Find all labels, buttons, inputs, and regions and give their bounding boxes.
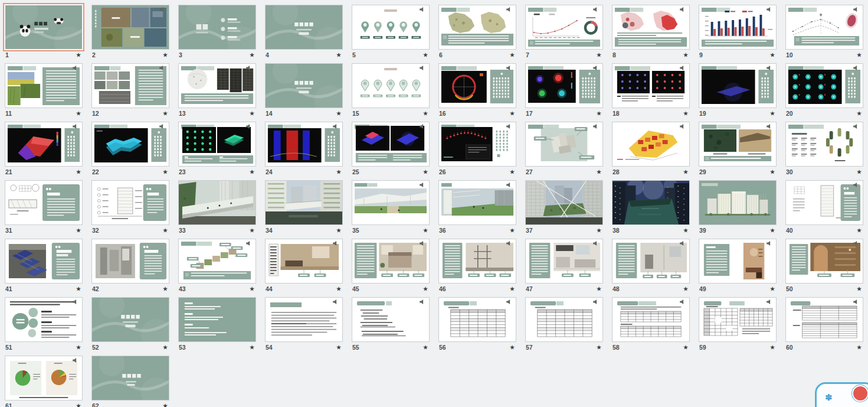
slide-thumbnail-60[interactable] xyxy=(785,297,863,342)
slide-thumbnail-5[interactable] xyxy=(352,5,430,50)
slide-thumbnail-7[interactable] xyxy=(525,5,603,50)
transition-star-icon[interactable]: ★ xyxy=(597,169,601,175)
slide-thumbnail-10[interactable] xyxy=(785,5,863,50)
slide-thumbnail-52[interactable] xyxy=(91,297,169,342)
transition-star-icon[interactable]: ★ xyxy=(76,227,81,233)
transition-star-icon[interactable]: ★ xyxy=(683,110,688,116)
transition-star-icon[interactable]: ★ xyxy=(770,344,775,350)
transition-star-icon[interactable]: ★ xyxy=(510,286,515,292)
transition-star-icon[interactable]: ★ xyxy=(163,52,168,58)
transition-star-icon[interactable]: ★ xyxy=(683,344,688,350)
assistant-widget[interactable]: ✽ xyxy=(815,382,868,407)
slide-thumbnail-43[interactable] xyxy=(178,239,256,284)
transition-star-icon[interactable]: ★ xyxy=(857,344,862,350)
slide-thumbnail-29[interactable] xyxy=(699,122,777,167)
slide-thumbnail-39[interactable] xyxy=(699,180,777,225)
transition-star-icon[interactable]: ★ xyxy=(76,169,81,175)
slide-thumbnail-18[interactable] xyxy=(612,63,690,108)
transition-star-icon[interactable]: ★ xyxy=(770,227,775,233)
slide-thumbnail-9[interactable] xyxy=(699,5,777,50)
slide-thumbnail-58[interactable] xyxy=(612,297,690,342)
transition-star-icon[interactable]: ★ xyxy=(597,286,601,292)
slide-thumbnail-57[interactable] xyxy=(525,297,603,342)
slide-thumbnail-44[interactable] xyxy=(265,239,343,284)
slide-thumbnail-4[interactable] xyxy=(265,5,343,50)
slide-thumbnail-41[interactable] xyxy=(5,239,83,284)
transition-star-icon[interactable]: ★ xyxy=(76,403,81,407)
slide-thumbnail-56[interactable] xyxy=(438,297,516,342)
transition-star-icon[interactable]: ★ xyxy=(76,52,81,58)
slide-thumbnail-15[interactable] xyxy=(352,63,430,108)
transition-star-icon[interactable]: ★ xyxy=(163,344,168,350)
transition-star-icon[interactable]: ★ xyxy=(76,110,81,116)
transition-star-icon[interactable]: ★ xyxy=(683,52,688,58)
slide-thumbnail-3[interactable] xyxy=(178,5,256,50)
transition-star-icon[interactable]: ★ xyxy=(423,227,428,233)
transition-star-icon[interactable]: ★ xyxy=(336,227,341,233)
slide-thumbnail-38[interactable] xyxy=(612,180,690,225)
slide-thumbnail-22[interactable] xyxy=(91,122,169,167)
slide-thumbnail-34[interactable] xyxy=(265,180,343,225)
transition-star-icon[interactable]: ★ xyxy=(423,52,428,58)
transition-star-icon[interactable]: ★ xyxy=(683,286,688,292)
slide-thumbnail-26[interactable] xyxy=(438,122,516,167)
slide-thumbnail-20[interactable] xyxy=(785,63,863,108)
slide-thumbnail-51[interactable] xyxy=(5,297,83,342)
transition-star-icon[interactable]: ★ xyxy=(250,110,254,116)
transition-star-icon[interactable]: ★ xyxy=(76,286,81,292)
transition-star-icon[interactable]: ★ xyxy=(163,169,168,175)
slide-thumbnail-32[interactable] xyxy=(91,180,169,225)
transition-star-icon[interactable]: ★ xyxy=(770,169,775,175)
slide-thumbnail-48[interactable] xyxy=(612,239,690,284)
slide-thumbnail-53[interactable] xyxy=(178,297,256,342)
slide-thumbnail-23[interactable] xyxy=(178,122,256,167)
transition-star-icon[interactable]: ★ xyxy=(510,169,515,175)
slide-thumbnail-61[interactable] xyxy=(5,356,83,401)
transition-star-icon[interactable]: ★ xyxy=(163,227,168,233)
slide-thumbnail-6[interactable] xyxy=(438,5,516,50)
slide-thumbnail-24[interactable] xyxy=(265,122,343,167)
transition-star-icon[interactable]: ★ xyxy=(336,110,341,116)
transition-star-icon[interactable]: ★ xyxy=(250,286,254,292)
transition-star-icon[interactable]: ★ xyxy=(597,52,601,58)
transition-star-icon[interactable]: ★ xyxy=(857,227,862,233)
slide-thumbnail-2[interactable] xyxy=(91,5,169,50)
transition-star-icon[interactable]: ★ xyxy=(163,403,168,407)
transition-star-icon[interactable]: ★ xyxy=(683,169,688,175)
slide-thumbnail-40[interactable] xyxy=(785,180,863,225)
transition-star-icon[interactable]: ★ xyxy=(423,169,428,175)
transition-star-icon[interactable]: ★ xyxy=(250,344,254,350)
transition-star-icon[interactable]: ★ xyxy=(510,52,515,58)
slide-thumbnail-36[interactable] xyxy=(438,180,516,225)
slide-thumbnail-11[interactable] xyxy=(5,63,83,108)
slide-thumbnail-19[interactable] xyxy=(699,63,777,108)
slide-thumbnail-50[interactable] xyxy=(785,239,863,284)
transition-star-icon[interactable]: ★ xyxy=(250,169,254,175)
transition-star-icon[interactable]: ★ xyxy=(857,286,862,292)
slide-thumbnail-42[interactable] xyxy=(91,239,169,284)
transition-star-icon[interactable]: ★ xyxy=(250,52,254,58)
slide-thumbnail-1[interactable] xyxy=(5,5,83,50)
slide-thumbnail-16[interactable] xyxy=(438,63,516,108)
transition-star-icon[interactable]: ★ xyxy=(336,344,341,350)
slide-thumbnail-27[interactable] xyxy=(525,122,603,167)
transition-star-icon[interactable]: ★ xyxy=(597,110,601,116)
slide-thumbnail-33[interactable] xyxy=(178,180,256,225)
transition-star-icon[interactable]: ★ xyxy=(597,227,601,233)
slide-thumbnail-35[interactable] xyxy=(352,180,430,225)
slide-thumbnail-47[interactable] xyxy=(525,239,603,284)
transition-star-icon[interactable]: ★ xyxy=(423,286,428,292)
slide-thumbnail-25[interactable] xyxy=(352,122,430,167)
transition-star-icon[interactable]: ★ xyxy=(336,52,341,58)
transition-star-icon[interactable]: ★ xyxy=(163,286,168,292)
slide-thumbnail-31[interactable] xyxy=(5,180,83,225)
transition-star-icon[interactable]: ★ xyxy=(336,286,341,292)
transition-star-icon[interactable]: ★ xyxy=(857,110,862,116)
transition-star-icon[interactable]: ★ xyxy=(423,344,428,350)
slide-thumbnail-37[interactable] xyxy=(525,180,603,225)
transition-star-icon[interactable]: ★ xyxy=(770,286,775,292)
slide-thumbnail-28[interactable] xyxy=(612,122,690,167)
slide-thumbnail-8[interactable] xyxy=(612,5,690,50)
transition-star-icon[interactable]: ★ xyxy=(510,227,515,233)
transition-star-icon[interactable]: ★ xyxy=(857,52,862,58)
